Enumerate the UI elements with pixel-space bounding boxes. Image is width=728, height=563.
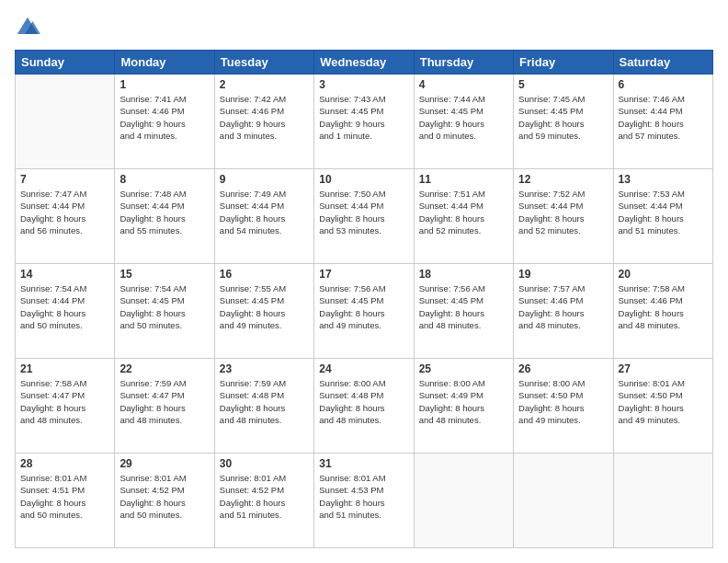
calendar-cell: 12Sunrise: 7:52 AM Sunset: 4:44 PM Dayli…	[514, 169, 613, 264]
day-number: 5	[518, 78, 608, 91]
calendar-cell: 17Sunrise: 7:56 AM Sunset: 4:45 PM Dayli…	[314, 264, 414, 359]
calendar-week-2: 7Sunrise: 7:47 AM Sunset: 4:44 PM Daylig…	[16, 169, 713, 264]
day-info: Sunrise: 8:01 AM Sunset: 4:51 PM Dayligh…	[20, 472, 109, 521]
day-info: Sunrise: 8:00 AM Sunset: 4:48 PM Dayligh…	[319, 377, 408, 426]
day-number: 12	[518, 173, 608, 186]
calendar-cell: 3Sunrise: 7:43 AM Sunset: 4:45 PM Daylig…	[314, 75, 414, 169]
calendar-cell: 18Sunrise: 7:56 AM Sunset: 4:45 PM Dayli…	[414, 264, 513, 359]
calendar-cell: 20Sunrise: 7:58 AM Sunset: 4:46 PM Dayli…	[613, 264, 712, 359]
day-info: Sunrise: 7:56 AM Sunset: 4:45 PM Dayligh…	[419, 282, 508, 331]
calendar-cell: 21Sunrise: 7:58 AM Sunset: 4:47 PM Dayli…	[16, 359, 115, 454]
day-info: Sunrise: 7:43 AM Sunset: 4:45 PM Dayligh…	[319, 93, 408, 142]
calendar-cell: 27Sunrise: 8:01 AM Sunset: 4:50 PM Dayli…	[613, 359, 712, 454]
day-number: 7	[20, 173, 109, 186]
day-info: Sunrise: 7:58 AM Sunset: 4:47 PM Dayligh…	[20, 377, 109, 426]
calendar-cell: 7Sunrise: 7:47 AM Sunset: 4:44 PM Daylig…	[16, 169, 115, 264]
day-number: 1	[119, 78, 209, 91]
day-number: 28	[20, 457, 109, 470]
day-info: Sunrise: 8:00 AM Sunset: 4:50 PM Dayligh…	[518, 377, 608, 426]
day-number: 9	[220, 173, 309, 186]
day-info: Sunrise: 7:54 AM Sunset: 4:45 PM Dayligh…	[119, 282, 209, 331]
calendar-week-1: 1Sunrise: 7:41 AM Sunset: 4:46 PM Daylig…	[16, 75, 713, 169]
calendar-cell: 23Sunrise: 7:59 AM Sunset: 4:48 PM Dayli…	[214, 359, 313, 454]
calendar-cell: 30Sunrise: 8:01 AM Sunset: 4:52 PM Dayli…	[214, 454, 313, 548]
day-info: Sunrise: 7:55 AM Sunset: 4:45 PM Dayligh…	[220, 282, 309, 331]
day-info: Sunrise: 7:51 AM Sunset: 4:44 PM Dayligh…	[419, 188, 508, 236]
day-number: 19	[518, 268, 608, 281]
logo	[15, 15, 42, 40]
day-info: Sunrise: 7:41 AM Sunset: 4:46 PM Dayligh…	[119, 93, 209, 142]
day-number: 20	[619, 268, 708, 281]
calendar-week-3: 14Sunrise: 7:54 AM Sunset: 4:44 PM Dayli…	[16, 264, 713, 359]
calendar-header-thursday: Thursday	[414, 51, 513, 75]
day-info: Sunrise: 7:54 AM Sunset: 4:44 PM Dayligh…	[20, 282, 109, 331]
day-info: Sunrise: 8:01 AM Sunset: 4:50 PM Dayligh…	[619, 377, 708, 426]
calendar-week-5: 28Sunrise: 8:01 AM Sunset: 4:51 PM Dayli…	[16, 454, 713, 548]
day-info: Sunrise: 8:00 AM Sunset: 4:49 PM Dayligh…	[419, 377, 508, 426]
calendar-cell	[613, 454, 712, 548]
day-info: Sunrise: 7:58 AM Sunset: 4:46 PM Dayligh…	[619, 282, 708, 331]
calendar-cell: 29Sunrise: 8:01 AM Sunset: 4:52 PM Dayli…	[115, 454, 214, 548]
calendar-cell: 22Sunrise: 7:59 AM Sunset: 4:47 PM Dayli…	[115, 359, 214, 454]
calendar-cell: 16Sunrise: 7:55 AM Sunset: 4:45 PM Dayli…	[214, 264, 313, 359]
day-number: 24	[319, 362, 408, 375]
calendar-header-wednesday: Wednesday	[314, 51, 414, 75]
calendar-cell: 9Sunrise: 7:49 AM Sunset: 4:44 PM Daylig…	[214, 169, 313, 264]
calendar-header-monday: Monday	[115, 51, 214, 75]
day-info: Sunrise: 7:44 AM Sunset: 4:45 PM Dayligh…	[419, 93, 508, 142]
calendar-cell: 5Sunrise: 7:45 AM Sunset: 4:45 PM Daylig…	[514, 75, 613, 169]
calendar-cell: 25Sunrise: 8:00 AM Sunset: 4:49 PM Dayli…	[414, 359, 513, 454]
calendar-cell: 13Sunrise: 7:53 AM Sunset: 4:44 PM Dayli…	[613, 169, 712, 264]
day-info: Sunrise: 7:42 AM Sunset: 4:46 PM Dayligh…	[220, 93, 309, 142]
day-info: Sunrise: 7:59 AM Sunset: 4:48 PM Dayligh…	[220, 377, 309, 426]
calendar-cell	[414, 454, 513, 548]
day-info: Sunrise: 7:48 AM Sunset: 4:44 PM Dayligh…	[119, 188, 209, 236]
calendar-header-tuesday: Tuesday	[214, 51, 313, 75]
day-info: Sunrise: 7:46 AM Sunset: 4:44 PM Dayligh…	[619, 93, 708, 142]
day-number: 15	[119, 268, 209, 281]
day-number: 11	[419, 173, 508, 186]
calendar-cell: 2Sunrise: 7:42 AM Sunset: 4:46 PM Daylig…	[214, 75, 313, 169]
day-number: 30	[220, 457, 309, 470]
day-number: 25	[419, 362, 508, 375]
calendar-cell: 31Sunrise: 8:01 AM Sunset: 4:53 PM Dayli…	[314, 454, 414, 548]
day-number: 14	[20, 268, 109, 281]
calendar-cell: 26Sunrise: 8:00 AM Sunset: 4:50 PM Dayli…	[514, 359, 613, 454]
day-number: 22	[119, 362, 209, 375]
day-info: Sunrise: 7:50 AM Sunset: 4:44 PM Dayligh…	[319, 188, 408, 236]
day-number: 23	[220, 362, 309, 375]
day-number: 13	[619, 173, 708, 186]
day-number: 26	[518, 362, 608, 375]
day-number: 18	[419, 268, 508, 281]
day-info: Sunrise: 8:01 AM Sunset: 4:53 PM Dayligh…	[319, 472, 408, 521]
day-number: 16	[220, 268, 309, 281]
calendar-cell: 10Sunrise: 7:50 AM Sunset: 4:44 PM Dayli…	[314, 169, 414, 264]
day-number: 27	[619, 362, 708, 375]
day-info: Sunrise: 7:45 AM Sunset: 4:45 PM Dayligh…	[518, 93, 608, 142]
calendar-cell: 8Sunrise: 7:48 AM Sunset: 4:44 PM Daylig…	[115, 169, 214, 264]
calendar-cell: 1Sunrise: 7:41 AM Sunset: 4:46 PM Daylig…	[115, 75, 214, 169]
day-info: Sunrise: 8:01 AM Sunset: 4:52 PM Dayligh…	[220, 472, 309, 521]
day-number: 8	[119, 173, 209, 186]
day-info: Sunrise: 7:56 AM Sunset: 4:45 PM Dayligh…	[319, 282, 408, 331]
calendar-header-sunday: Sunday	[16, 51, 115, 75]
day-info: Sunrise: 7:57 AM Sunset: 4:46 PM Dayligh…	[518, 282, 608, 331]
calendar-cell	[514, 454, 613, 548]
day-number: 17	[319, 268, 408, 281]
calendar-cell: 4Sunrise: 7:44 AM Sunset: 4:45 PM Daylig…	[414, 75, 513, 169]
calendar-cell: 6Sunrise: 7:46 AM Sunset: 4:44 PM Daylig…	[613, 75, 712, 169]
day-info: Sunrise: 7:53 AM Sunset: 4:44 PM Dayligh…	[619, 188, 708, 236]
day-number: 21	[20, 362, 109, 375]
header	[15, 15, 713, 40]
calendar-cell: 28Sunrise: 8:01 AM Sunset: 4:51 PM Dayli…	[16, 454, 115, 548]
calendar-cell	[16, 75, 115, 169]
page: SundayMondayTuesdayWednesdayThursdayFrid…	[0, 0, 728, 563]
day-number: 2	[220, 78, 309, 91]
calendar-cell: 14Sunrise: 7:54 AM Sunset: 4:44 PM Dayli…	[16, 264, 115, 359]
calendar-header-friday: Friday	[514, 51, 613, 75]
day-number: 29	[119, 457, 209, 470]
calendar-cell: 24Sunrise: 8:00 AM Sunset: 4:48 PM Dayli…	[314, 359, 414, 454]
day-info: Sunrise: 7:47 AM Sunset: 4:44 PM Dayligh…	[20, 188, 109, 236]
day-info: Sunrise: 7:52 AM Sunset: 4:44 PM Dayligh…	[518, 188, 608, 236]
day-info: Sunrise: 7:49 AM Sunset: 4:44 PM Dayligh…	[220, 188, 309, 236]
